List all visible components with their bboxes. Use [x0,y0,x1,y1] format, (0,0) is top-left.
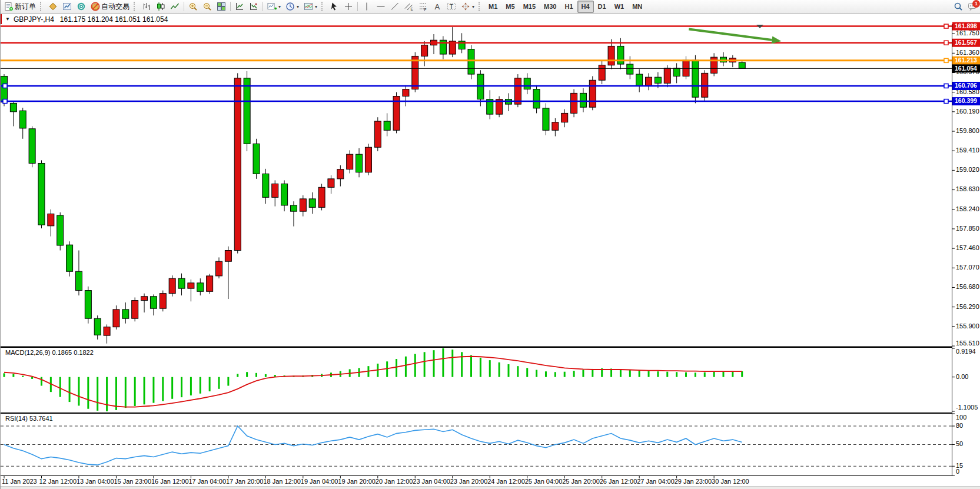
line-handle[interactable] [944,24,948,28]
candle [421,45,428,56]
line-handle[interactable] [944,41,948,45]
candle [468,49,474,75]
window-footer [1,486,980,489]
line-handle[interactable] [944,99,948,104]
candle [29,129,35,164]
price-level-badge-label: 161.213 [955,56,977,64]
line-handle[interactable] [944,84,948,88]
price-level-badge-label: 161.567 [955,39,977,46]
candle [10,103,16,111]
price-tick-label: 158.240 [956,205,979,212]
time-tick-label: 23 Jan 04:00 [413,478,450,485]
time-tick-label: 25 Jan 20:00 [562,478,600,485]
rsi-axis-label: 50 [956,440,963,447]
time-tick-label: 24 Jan 12:00 [487,478,525,485]
rsi-axis-label: 80 [956,422,963,429]
candle [646,77,652,86]
time-tick-label: 17 Jan 04:00 [188,478,226,485]
time-tick-label: 25 Jan 04:00 [525,478,563,485]
candle [132,301,138,319]
candle [533,89,540,108]
candle [1,76,8,102]
candle [617,46,624,64]
price-tick-label: 155.900 [956,322,979,330]
price-tick-label: 159.020 [956,166,979,173]
price-tick-label: 157.460 [956,244,979,251]
candle [683,60,689,76]
candle [104,327,110,335]
candle [85,291,91,319]
candle [141,297,148,301]
candle [57,215,64,245]
time-tick-label: 30 Jan 12:00 [712,478,749,485]
candle [673,68,680,76]
candle [160,294,166,309]
candle [514,78,521,104]
candle [150,297,157,308]
line-handle[interactable] [944,58,948,62]
candle [75,271,82,290]
macd-axis-label: -1.1005 [956,404,978,411]
candle [692,60,699,97]
candle [655,77,661,83]
candle [122,310,129,318]
candle [225,251,231,262]
time-tick-label: 27 Jan 04:00 [637,478,675,485]
price-level-badge-label: 161.054 [955,65,977,72]
candle [589,80,596,107]
candle [571,93,577,113]
time-tick-label: 20 Jan 12:00 [376,478,413,485]
candle [309,199,315,207]
candle [216,261,222,276]
line-handle[interactable] [3,84,7,88]
chart-canvas[interactable]: 161.750161.360160.970160.580160.190159.8… [1,0,980,489]
candle [580,93,586,107]
candle [711,57,717,73]
candle [552,122,559,131]
time-tick-label: 15 Jan 23:00 [114,478,151,485]
candle [244,78,250,144]
candle [337,169,344,179]
candle [113,310,119,327]
macd-axis-label: 0.9194 [956,348,976,355]
candle [281,184,288,205]
price-tick-label: 159.800 [956,127,979,134]
price-level-badge-label: 160.706 [955,82,977,89]
candle [664,68,670,84]
candle [272,184,278,197]
time-tick-label: 29 Jan 23:00 [675,478,712,485]
price-level-badge-label: 161.898 [955,22,977,29]
price-tick-label: 161.750 [956,29,979,36]
candle [197,283,204,291]
time-tick-label: 11 Jan 2023 [2,478,37,485]
candle [38,163,45,225]
candle [178,278,185,288]
candle [403,89,409,97]
rsi-axis-label: 100 [956,414,966,421]
rsi-indicator-label: RSI(14) 53.7641 [5,415,53,422]
candle [374,121,381,147]
price-tick-label: 156.680 [956,283,979,290]
time-tick-label: 23 Jan 20:00 [450,478,488,485]
time-tick-label: 18 Jan 12:00 [263,478,301,485]
rsi-axis-label: 0 [956,468,959,475]
candle [318,187,325,207]
price-tick-label: 157.070 [956,264,979,271]
mt4-window: { "toolbar": { "items": [ {"t":"btn","na… [0,0,980,489]
price-level-badge-label: 160.399 [955,97,977,104]
candle [207,276,213,291]
candle [599,65,605,81]
candle [67,245,73,271]
time-tick-label: 12 Jan 12:00 [39,478,77,485]
time-tick-label: 13 Jan 04:00 [77,478,114,485]
price-tick-label: 156.290 [956,303,979,310]
macd-indicator-label: MACD(12,26,9) 0.1865 0.1822 [5,349,94,356]
line-handle[interactable] [3,99,7,104]
candle [365,147,371,172]
price-tick-label: 159.410 [956,147,979,154]
candle [19,111,26,128]
candle [48,214,54,225]
candle [356,154,363,172]
price-tick-label: 157.850 [956,225,979,232]
macd-axis-label: 0.00 [956,373,968,380]
